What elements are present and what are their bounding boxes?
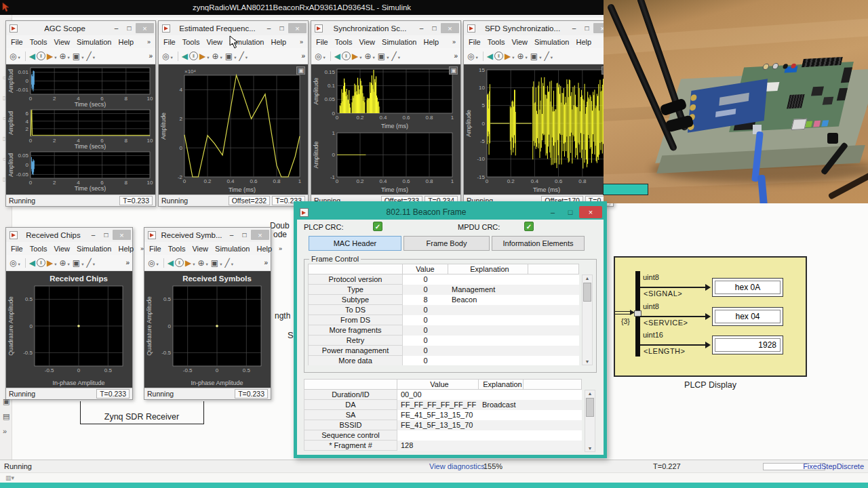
fit-view-button[interactable]: ▣ xyxy=(73,258,80,268)
scope-plot-area[interactable]: -0.500.5-0.500.5In-phase AmplitudeQuadra… xyxy=(6,271,132,388)
scope-plot-area[interactable]: 00.20.40.60.8-15-10-5051015Time (ms)Ampl… xyxy=(464,64,613,195)
frame-control-scrollbar[interactable]: ▲ ▼ xyxy=(582,274,593,365)
menu-file[interactable]: File xyxy=(149,245,161,253)
step-forward-button[interactable]: ▶ xyxy=(47,258,53,268)
fit-view-button[interactable]: ▣ xyxy=(530,52,538,61)
pause-button[interactable]: ‖ xyxy=(37,52,45,60)
dropdown-icon[interactable]: ▾ xyxy=(68,262,70,267)
menu-overflow-icon[interactable]: » xyxy=(147,39,151,45)
record-button[interactable]: ◎ xyxy=(9,258,16,268)
toolbar-overflow-icon[interactable]: » xyxy=(454,52,458,60)
dropdown-icon[interactable]: ▾ xyxy=(93,55,95,60)
table-row[interactable]: Duration/ID00_00 xyxy=(304,390,595,400)
fit-view-button[interactable]: ▣ xyxy=(73,52,80,61)
minimize-button[interactable]: – xyxy=(568,23,580,33)
pause-button[interactable]: ‖ xyxy=(189,52,198,60)
step-back-button[interactable]: ◀ xyxy=(182,52,188,61)
measurements-button[interactable]: ╱ xyxy=(86,258,91,268)
step-back-button[interactable]: ◀ xyxy=(29,52,35,61)
dropdown-icon[interactable]: ▾ xyxy=(18,262,20,267)
capture-icon[interactable]: ▣ xyxy=(3,397,16,406)
minimize-button[interactable]: – xyxy=(110,23,123,33)
dropdown-icon[interactable]: ▾ xyxy=(54,55,56,60)
dropdown-icon[interactable]: ▾ xyxy=(206,262,208,267)
table-row[interactable]: More data0 xyxy=(308,356,593,365)
service-display-block[interactable]: hex 04 xyxy=(712,307,783,326)
step-back-button[interactable]: ◀ xyxy=(29,258,35,268)
expand-plot-icon[interactable]: ▣ xyxy=(296,66,305,75)
step-forward-button[interactable]: ▶ xyxy=(352,52,358,61)
dropdown-icon[interactable]: ▾ xyxy=(323,55,325,60)
close-button[interactable]: × xyxy=(288,23,307,33)
table-row[interactable]: DAFF_FF_FF_FF_FF_FFBroadcast xyxy=(304,400,595,410)
table-row[interactable]: Subtype8Beacon xyxy=(308,295,593,305)
expand-plot-icon[interactable]: ▣ xyxy=(449,66,458,75)
menu-simulation[interactable]: Simulation xyxy=(382,38,416,46)
scope-titlebar[interactable]: SFD Synchronizatio... – □ × xyxy=(464,21,613,35)
dropdown-icon[interactable]: ▾ xyxy=(18,55,20,60)
menu-view[interactable]: View xyxy=(359,38,375,46)
maximize-button[interactable]: □ xyxy=(580,23,593,33)
minimize-button[interactable]: – xyxy=(415,23,428,33)
menu-simulation[interactable]: Simulation xyxy=(215,245,250,253)
dropdown-icon[interactable]: ▾ xyxy=(81,55,83,60)
menu-overflow-icon[interactable]: » xyxy=(300,39,303,45)
fit-view-button[interactable]: ▣ xyxy=(378,52,385,61)
fit-view-button[interactable]: ▣ xyxy=(211,258,218,268)
close-button[interactable]: × xyxy=(113,230,131,240)
measurements-button[interactable]: ╱ xyxy=(391,52,396,61)
dialog-maximize-button[interactable]: □ xyxy=(561,206,579,218)
dropdown-icon[interactable]: ▾ xyxy=(231,262,233,267)
zoom-button[interactable]: ⊕ xyxy=(59,52,66,61)
menu-help[interactable]: Help xyxy=(118,245,134,253)
menu-overflow-icon[interactable]: » xyxy=(452,39,456,45)
menu-view[interactable]: View xyxy=(54,245,70,253)
dropdown-icon[interactable]: ▾ xyxy=(551,55,553,60)
maximize-button[interactable]: □ xyxy=(428,23,441,33)
close-button[interactable]: × xyxy=(251,230,269,240)
record-button[interactable]: ◎ xyxy=(162,52,169,61)
dropdown-icon[interactable]: ▾ xyxy=(539,55,541,60)
dropdown-icon[interactable]: ▾ xyxy=(68,55,70,60)
dropdown-icon[interactable]: ▾ xyxy=(220,262,222,267)
menu-tools[interactable]: Tools xyxy=(182,38,200,46)
scrollbar-thumb[interactable] xyxy=(583,283,591,302)
table-row[interactable]: Protocol version0 xyxy=(308,274,593,285)
dropdown-icon[interactable]: ▾ xyxy=(359,55,361,60)
record-button[interactable]: ◎ xyxy=(467,52,474,61)
menu-help[interactable]: Help xyxy=(118,38,134,46)
step-back-button[interactable]: ◀ xyxy=(487,52,493,61)
dropdown-icon[interactable]: ▾ xyxy=(526,55,528,60)
scope-plot-area[interactable]: 00.20.40.60.81-2024Time (ms)Amplitude×10… xyxy=(159,64,308,195)
menu-help[interactable]: Help xyxy=(271,38,286,46)
scope-titlebar[interactable]: Synchronization Sc... – □ × xyxy=(311,21,460,35)
toolbar-overflow-icon[interactable]: » xyxy=(125,259,130,266)
dropdown-icon[interactable]: ▾ xyxy=(81,262,83,267)
menu-file[interactable]: File xyxy=(11,245,23,253)
record-button[interactable]: ◎ xyxy=(9,52,16,61)
menu-tools[interactable]: Tools xyxy=(335,38,353,46)
dropdown-icon[interactable]: ▾ xyxy=(170,55,172,60)
table-row[interactable]: From DS0 xyxy=(308,315,593,325)
step-forward-button[interactable]: ▶ xyxy=(199,52,205,61)
step-forward-button[interactable]: ▶ xyxy=(47,52,53,61)
table-row[interactable]: Retry0 xyxy=(308,336,593,346)
toolbar-overflow-icon[interactable]: » xyxy=(264,259,268,266)
table-row[interactable]: Type0Management xyxy=(308,285,593,295)
toolbar-overflow-icon[interactable]: » xyxy=(149,52,153,60)
length-display-block[interactable]: 1928 xyxy=(712,336,783,354)
pause-button[interactable]: ‖ xyxy=(37,258,45,267)
layout-icon[interactable]: ▤ xyxy=(3,412,16,421)
minimize-button[interactable]: – xyxy=(87,230,100,240)
menu-view[interactable]: View xyxy=(511,38,528,46)
menu-help[interactable]: Help xyxy=(423,38,439,46)
minimize-button[interactable]: – xyxy=(262,23,275,33)
zoom-button[interactable]: ⊕ xyxy=(197,258,204,268)
pause-button[interactable]: ‖ xyxy=(342,52,351,60)
close-button[interactable]: × xyxy=(441,23,459,33)
step-back-button[interactable]: ◀ xyxy=(334,52,340,61)
scope-plot-area[interactable]: 0246810-0.0100.01Time (secs)Amplitud0246… xyxy=(6,64,155,195)
menu-simulation[interactable]: Simulation xyxy=(77,245,111,253)
menu-tools[interactable]: Tools xyxy=(488,38,505,46)
dropdown-icon[interactable]: ▾ xyxy=(245,55,248,60)
